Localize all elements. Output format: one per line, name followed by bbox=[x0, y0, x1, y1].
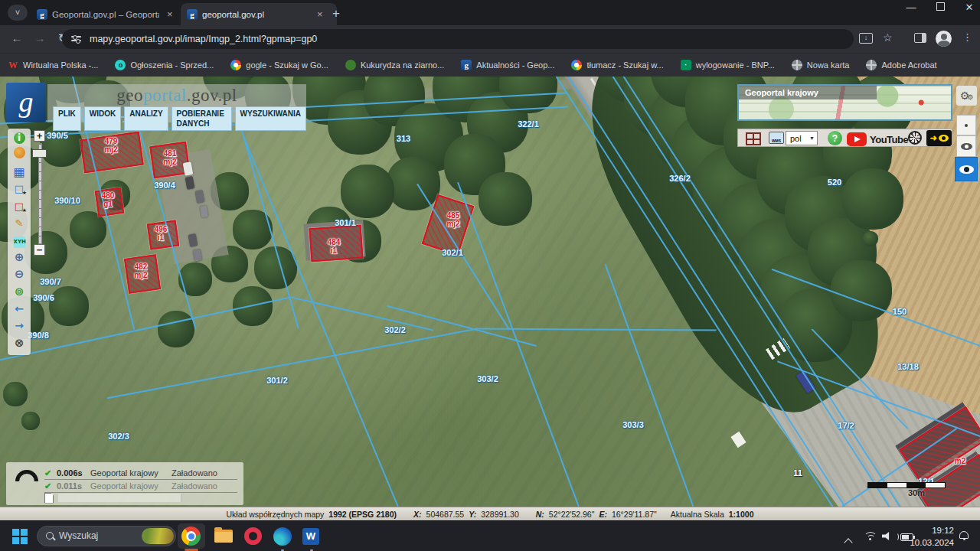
parcel-label: 13/18 bbox=[897, 362, 919, 371]
full-extent-button[interactable]: ⊗ bbox=[10, 336, 28, 351]
back-button[interactable]: ← bbox=[8, 27, 26, 50]
profile-avatar[interactable] bbox=[936, 31, 952, 47]
tree bbox=[842, 168, 903, 230]
zoom-in-icon: ⊕ bbox=[15, 250, 24, 264]
contrast-mode-button[interactable]: ➜ bbox=[926, 130, 952, 146]
new-tab-button[interactable]: + bbox=[332, 6, 340, 21]
full-extent-icon: ⊗ bbox=[15, 336, 24, 350]
bookmark-item[interactable]: ·wylogowanie - BNP... bbox=[681, 60, 775, 70]
parcel-label: 301/1 bbox=[335, 218, 356, 227]
gauge-icon bbox=[15, 470, 38, 481]
browser-tab-1[interactable]: g Geoportal.gov.pl – Geoportal In × bbox=[31, 3, 188, 25]
notifications-bell-icon[interactable] bbox=[959, 531, 969, 539]
identify-button[interactable]: i bbox=[10, 130, 28, 145]
opera-icon[interactable] bbox=[244, 527, 262, 545]
chrome-taskbar-icon[interactable] bbox=[181, 527, 201, 546]
attribute-grid-icon[interactable] bbox=[746, 132, 761, 145]
icon-size-medium-button[interactable] bbox=[956, 135, 976, 157]
menu-plik[interactable]: PLIK bbox=[53, 106, 81, 131]
previous-view-button[interactable]: ← bbox=[10, 302, 28, 317]
youtube-play-icon bbox=[847, 132, 867, 146]
scale-label: Aktualna Skala bbox=[671, 510, 724, 519]
window-minimize-button[interactable]: — bbox=[905, 2, 917, 13]
bookmark-item[interactable]: Nowa karta bbox=[792, 60, 850, 70]
window-maximize-button[interactable] bbox=[934, 2, 946, 13]
install-app-icon[interactable]: ↓ bbox=[859, 33, 873, 44]
tab-search-button[interactable]: ˅ bbox=[8, 5, 28, 21]
scale-bar-label: 30m bbox=[908, 488, 925, 497]
browser-tab-2[interactable]: g geoportal.gov.pl × bbox=[181, 3, 337, 25]
zoom-slider-track[interactable] bbox=[38, 143, 42, 244]
menu-wyszukiwania[interactable]: WYSZUKIWANIA bbox=[235, 106, 306, 131]
edge-icon[interactable] bbox=[273, 527, 292, 546]
tray-expand-icon[interactable] bbox=[845, 535, 851, 549]
icon-size-small-button[interactable] bbox=[956, 115, 976, 135]
wifi-icon[interactable] bbox=[864, 532, 876, 541]
zoom-out-button[interactable]: ⊖ bbox=[10, 267, 28, 282]
xyh-coordinates-button[interactable]: XYH bbox=[10, 233, 28, 248]
geoportal-logo[interactable]: g bbox=[6, 83, 46, 122]
bookmark-item[interactable]: gogle - Szukaj w Go... bbox=[230, 60, 328, 70]
bookmark-item[interactable]: Kukurydza na ziarno... bbox=[345, 60, 444, 70]
address-bar[interactable]: mapy.geoportal.gov.pl/imap/Imgp_2.html?g… bbox=[62, 29, 854, 49]
browser-menu-icon[interactable]: ⋮ bbox=[962, 31, 972, 43]
close-tab-icon[interactable]: × bbox=[317, 8, 323, 20]
parcel-label: 390/4 bbox=[154, 181, 175, 190]
zoom-out-button[interactable]: − bbox=[34, 244, 45, 256]
bookmarks-bar: WWirtualna Polska -...oOgłoszenia - Sprz… bbox=[0, 53, 980, 77]
browser-tab-strip: ˅ g Geoportal.gov.pl – Geoportal In × g … bbox=[0, 0, 980, 25]
bookmark-item[interactable]: gAktualności - Geop... bbox=[461, 60, 554, 70]
measure-button[interactable]: ✎ bbox=[10, 216, 28, 231]
globe-view-button[interactable]: ⊚ bbox=[10, 285, 28, 300]
language-select[interactable]: pol▼ bbox=[786, 131, 818, 145]
basemap-preview[interactable]: Geoportal krajowy bbox=[737, 84, 952, 121]
geoportal-favicon: g bbox=[187, 9, 198, 20]
basemap-title: Geoportal krajowy bbox=[739, 86, 877, 99]
window-close-button[interactable]: ✕ bbox=[963, 2, 975, 13]
bookmark-item[interactable]: tłumacz - Szukaj w... bbox=[571, 60, 663, 70]
parcel-label: 11 bbox=[793, 468, 802, 478]
select-area-button[interactable]: □ bbox=[10, 181, 28, 197]
search-daily-image[interactable] bbox=[142, 528, 174, 544]
bookmark-star-icon[interactable]: ☆ bbox=[883, 31, 893, 44]
bnp-favicon: · bbox=[681, 60, 691, 70]
site-settings-icon[interactable] bbox=[71, 35, 81, 43]
tree bbox=[387, 157, 440, 210]
search-icon bbox=[46, 532, 54, 540]
tree bbox=[70, 211, 106, 248]
tray-clock[interactable]: 19:12 10.03.2024 bbox=[906, 524, 954, 549]
wms-icon[interactable]: WMS bbox=[769, 132, 784, 144]
loading-row: ✔0.011sGeoportal krajowyZaładowano bbox=[44, 480, 237, 493]
side-panel-icon[interactable] bbox=[914, 33, 926, 43]
select-area-red-button[interactable]: □ bbox=[10, 199, 28, 214]
bookmark-item[interactable]: oOgłoszenia - Sprzed... bbox=[115, 60, 214, 70]
attribute-table-button[interactable]: ▦ bbox=[10, 165, 28, 180]
bookmark-item[interactable]: WWirtualna Polska -... bbox=[8, 60, 98, 70]
crs-value: 1992 (EPSG 2180) bbox=[328, 510, 397, 519]
menu-widok[interactable]: WIDOK bbox=[84, 106, 121, 131]
help-icon[interactable]: ? bbox=[828, 131, 842, 145]
parcel-label: 390/8 bbox=[28, 331, 49, 340]
zoom-in-button[interactable]: ⊕ bbox=[10, 250, 28, 266]
forward-button[interactable]: → bbox=[31, 27, 49, 50]
taskbar-search[interactable]: Wyszukaj bbox=[37, 526, 176, 546]
word-icon[interactable]: W bbox=[302, 528, 319, 545]
tree bbox=[24, 231, 67, 274]
zoom-slider-handle[interactable] bbox=[32, 149, 47, 158]
next-view-button[interactable]: → bbox=[10, 318, 28, 334]
menu-pobieranie-danych[interactable]: POBIERANIE DANYCH bbox=[172, 106, 232, 131]
icon-size-large-button[interactable] bbox=[955, 157, 978, 181]
network-wheel-icon[interactable] bbox=[908, 131, 922, 145]
file-explorer-icon[interactable] bbox=[214, 530, 233, 543]
zoom-in-button[interactable]: + bbox=[34, 130, 45, 142]
start-button[interactable] bbox=[12, 529, 28, 544]
close-tab-icon[interactable]: × bbox=[167, 8, 173, 20]
tree bbox=[341, 165, 394, 218]
bookmark-item[interactable]: Adobe Acrobat bbox=[866, 60, 936, 70]
map-viewport[interactable]: 390/5390/4390/10390/7390/6390/8302/3301/… bbox=[0, 77, 980, 507]
volume-icon[interactable] bbox=[882, 532, 892, 540]
menu-analizy[interactable]: ANALIZY bbox=[124, 106, 168, 131]
settings-gears-icon[interactable]: ⚙⚙ bbox=[956, 86, 977, 106]
youtube-button[interactable]: YouTube bbox=[847, 131, 908, 148]
pan-button[interactable] bbox=[10, 147, 28, 162]
